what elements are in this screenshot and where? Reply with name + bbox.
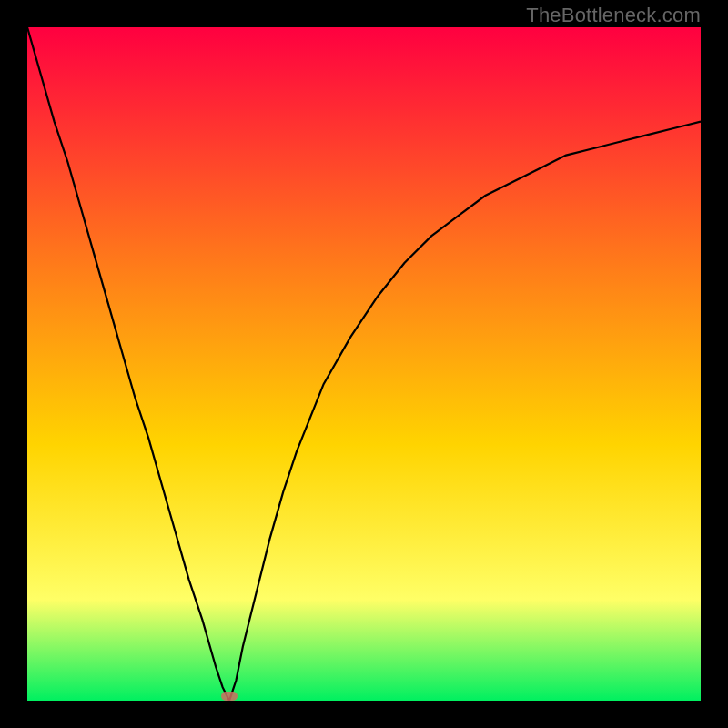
- plot-area: [27, 27, 701, 701]
- bottleneck-curve: [27, 27, 701, 701]
- optimum-marker: [221, 692, 238, 701]
- chart-frame: TheBottleneck.com: [0, 0, 728, 728]
- watermark-text: TheBottleneck.com: [526, 4, 701, 27]
